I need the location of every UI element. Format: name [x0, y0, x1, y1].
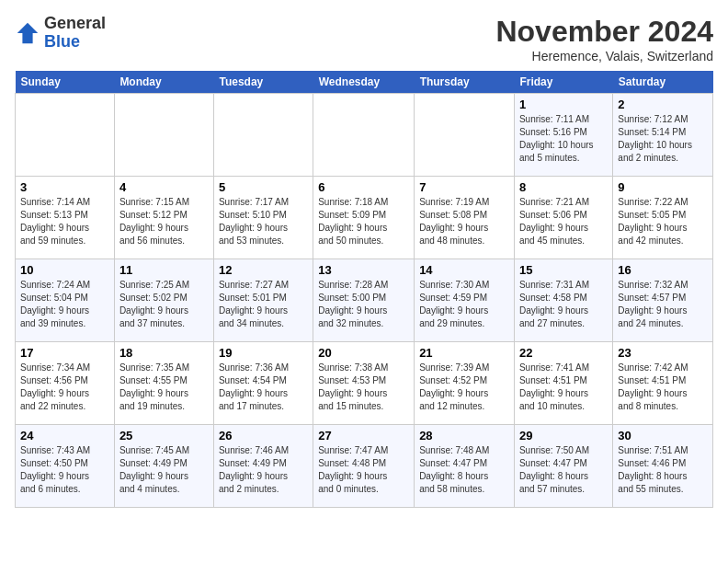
day-info: Sunrise: 7:45 AM Sunset: 4:49 PM Dayligh…: [119, 444, 209, 496]
day-info: Sunrise: 7:17 AM Sunset: 5:10 PM Dayligh…: [219, 196, 308, 247]
day-info: Sunrise: 7:34 AM Sunset: 4:56 PM Dayligh…: [20, 362, 109, 413]
calendar-cell: 25Sunrise: 7:45 AM Sunset: 4:49 PM Dayli…: [114, 425, 213, 508]
location-subtitle: Heremence, Valais, Switzerland: [495, 49, 713, 63]
day-number: 24: [20, 429, 109, 442]
day-info: Sunrise: 7:35 AM Sunset: 4:55 PM Dayligh…: [119, 362, 209, 413]
day-info: Sunrise: 7:32 AM Sunset: 4:57 PM Dayligh…: [618, 279, 708, 330]
day-info: Sunrise: 7:21 AM Sunset: 5:06 PM Dayligh…: [519, 196, 608, 247]
calendar-cell: 13Sunrise: 7:28 AM Sunset: 5:00 PM Dayli…: [313, 259, 415, 342]
day-number: 29: [519, 429, 608, 442]
calendar-cell: 4Sunrise: 7:15 AM Sunset: 5:12 PM Daylig…: [114, 177, 213, 259]
calendar-week-2: 3Sunrise: 7:14 AM Sunset: 5:13 PM Daylig…: [16, 177, 713, 259]
calendar-cell: 27Sunrise: 7:47 AM Sunset: 4:48 PM Dayli…: [313, 425, 415, 508]
calendar-cell: 5Sunrise: 7:17 AM Sunset: 5:10 PM Daylig…: [213, 177, 313, 259]
day-info: Sunrise: 7:18 AM Sunset: 5:09 PM Dayligh…: [318, 196, 409, 247]
day-number: 27: [318, 429, 409, 442]
calendar-cell: [213, 94, 313, 177]
day-number: 9: [618, 180, 708, 194]
day-number: 18: [119, 346, 209, 360]
day-info: Sunrise: 7:24 AM Sunset: 5:04 PM Dayligh…: [20, 279, 109, 330]
calendar-cell: 16Sunrise: 7:32 AM Sunset: 4:57 PM Dayli…: [613, 259, 713, 342]
svg-marker-0: [17, 23, 38, 43]
day-number: 30: [618, 429, 708, 442]
calendar-cell: 23Sunrise: 7:42 AM Sunset: 4:51 PM Dayli…: [613, 342, 713, 425]
day-number: 28: [419, 429, 509, 442]
day-number: 5: [219, 180, 308, 194]
calendar-cell: 15Sunrise: 7:31 AM Sunset: 4:58 PM Dayli…: [514, 259, 612, 342]
col-header-sunday: Sunday: [16, 71, 115, 94]
day-info: Sunrise: 7:43 AM Sunset: 4:50 PM Dayligh…: [20, 444, 109, 496]
calendar-cell: 17Sunrise: 7:34 AM Sunset: 4:56 PM Dayli…: [16, 342, 115, 425]
day-info: Sunrise: 7:36 AM Sunset: 4:54 PM Dayligh…: [219, 362, 308, 413]
calendar-cell: 30Sunrise: 7:51 AM Sunset: 4:46 PM Dayli…: [613, 425, 713, 508]
day-number: 4: [119, 180, 209, 194]
day-number: 6: [318, 180, 409, 194]
day-number: 16: [618, 263, 708, 277]
day-info: Sunrise: 7:14 AM Sunset: 5:13 PM Dayligh…: [20, 196, 109, 247]
logo-text: General Blue: [44, 15, 106, 52]
day-number: 11: [119, 263, 209, 277]
calendar-cell: 29Sunrise: 7:50 AM Sunset: 4:47 PM Dayli…: [514, 425, 612, 508]
calendar-cell: 24Sunrise: 7:43 AM Sunset: 4:50 PM Dayli…: [16, 425, 115, 508]
day-number: 15: [519, 263, 608, 277]
day-info: Sunrise: 7:41 AM Sunset: 4:51 PM Dayligh…: [519, 362, 608, 413]
calendar-cell: [114, 94, 213, 177]
day-info: Sunrise: 7:39 AM Sunset: 4:52 PM Dayligh…: [419, 362, 509, 413]
day-info: Sunrise: 7:19 AM Sunset: 5:08 PM Dayligh…: [419, 196, 509, 247]
calendar-cell: 6Sunrise: 7:18 AM Sunset: 5:09 PM Daylig…: [313, 177, 415, 259]
day-info: Sunrise: 7:30 AM Sunset: 4:59 PM Dayligh…: [419, 279, 509, 330]
day-number: 12: [219, 263, 308, 277]
day-info: Sunrise: 7:11 AM Sunset: 5:16 PM Dayligh…: [519, 113, 608, 165]
day-number: 2: [618, 98, 708, 111]
calendar-cell: 3Sunrise: 7:14 AM Sunset: 5:13 PM Daylig…: [16, 177, 115, 259]
day-info: Sunrise: 7:27 AM Sunset: 5:01 PM Dayligh…: [219, 279, 308, 330]
calendar-cell: [313, 94, 415, 177]
day-number: 25: [119, 429, 209, 442]
day-number: 20: [318, 346, 409, 360]
day-number: 14: [419, 263, 509, 277]
title-block: November 2024 Heremence, Valais, Switzer…: [495, 15, 713, 63]
col-header-friday: Friday: [514, 71, 612, 94]
day-info: Sunrise: 7:46 AM Sunset: 4:49 PM Dayligh…: [219, 444, 308, 496]
calendar-cell: 9Sunrise: 7:22 AM Sunset: 5:05 PM Daylig…: [613, 177, 713, 259]
calendar-cell: [415, 94, 515, 177]
day-info: Sunrise: 7:15 AM Sunset: 5:12 PM Dayligh…: [119, 196, 209, 247]
col-header-thursday: Thursday: [415, 71, 515, 94]
day-info: Sunrise: 7:22 AM Sunset: 5:05 PM Dayligh…: [618, 196, 708, 247]
logo-icon: [15, 20, 40, 46]
day-number: 23: [618, 346, 708, 360]
day-number: 22: [519, 346, 608, 360]
calendar-cell: 26Sunrise: 7:46 AM Sunset: 4:49 PM Dayli…: [213, 425, 313, 508]
page-header: General Blue November 2024 Heremence, Va…: [15, 15, 713, 63]
calendar-cell: 1Sunrise: 7:11 AM Sunset: 5:16 PM Daylig…: [514, 94, 612, 177]
day-info: Sunrise: 7:28 AM Sunset: 5:00 PM Dayligh…: [318, 279, 409, 330]
day-info: Sunrise: 7:25 AM Sunset: 5:02 PM Dayligh…: [119, 279, 209, 330]
calendar-table: SundayMondayTuesdayWednesdayThursdayFrid…: [15, 71, 713, 508]
calendar-cell: [16, 94, 115, 177]
col-header-monday: Monday: [114, 71, 213, 94]
calendar-cell: 8Sunrise: 7:21 AM Sunset: 5:06 PM Daylig…: [514, 177, 612, 259]
day-info: Sunrise: 7:42 AM Sunset: 4:51 PM Dayligh…: [618, 362, 708, 413]
calendar-cell: 22Sunrise: 7:41 AM Sunset: 4:51 PM Dayli…: [514, 342, 612, 425]
day-info: Sunrise: 7:51 AM Sunset: 4:46 PM Dayligh…: [618, 444, 708, 496]
calendar-cell: 18Sunrise: 7:35 AM Sunset: 4:55 PM Dayli…: [114, 342, 213, 425]
day-number: 7: [419, 180, 509, 194]
calendar-week-4: 17Sunrise: 7:34 AM Sunset: 4:56 PM Dayli…: [16, 342, 713, 425]
day-info: Sunrise: 7:47 AM Sunset: 4:48 PM Dayligh…: [318, 444, 409, 496]
day-info: Sunrise: 7:38 AM Sunset: 4:53 PM Dayligh…: [318, 362, 409, 413]
day-number: 8: [519, 180, 608, 194]
day-number: 21: [419, 346, 509, 360]
logo: General Blue: [15, 15, 106, 52]
col-header-saturday: Saturday: [613, 71, 713, 94]
calendar-header-row: SundayMondayTuesdayWednesdayThursdayFrid…: [16, 71, 713, 94]
day-info: Sunrise: 7:31 AM Sunset: 4:58 PM Dayligh…: [519, 279, 608, 330]
calendar-cell: 7Sunrise: 7:19 AM Sunset: 5:08 PM Daylig…: [415, 177, 515, 259]
day-info: Sunrise: 7:48 AM Sunset: 4:47 PM Dayligh…: [419, 444, 509, 496]
day-number: 17: [20, 346, 109, 360]
col-header-wednesday: Wednesday: [313, 71, 415, 94]
calendar-cell: 12Sunrise: 7:27 AM Sunset: 5:01 PM Dayli…: [213, 259, 313, 342]
calendar-cell: 14Sunrise: 7:30 AM Sunset: 4:59 PM Dayli…: [415, 259, 515, 342]
day-info: Sunrise: 7:12 AM Sunset: 5:14 PM Dayligh…: [618, 113, 708, 165]
calendar-cell: 2Sunrise: 7:12 AM Sunset: 5:14 PM Daylig…: [613, 94, 713, 177]
day-number: 3: [20, 180, 109, 194]
